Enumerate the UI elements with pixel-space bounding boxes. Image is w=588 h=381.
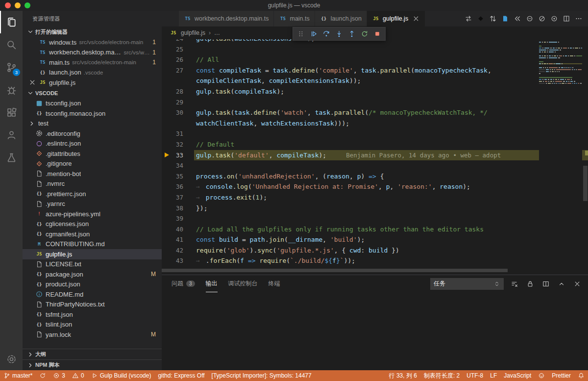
- file-item[interactable]: MCONTRIBUTING.md: [23, 239, 162, 250]
- code-line-28[interactable]: 28gulp.task(compileTask);: [162, 86, 588, 97]
- code-line-37[interactable]: 37→process.exit(1);: [162, 192, 588, 203]
- open-editor-item[interactable]: JSgulpfile.js: [23, 77, 162, 88]
- file-item[interactable]: .nvmrc: [23, 179, 162, 189]
- minimap[interactable]: [539, 40, 582, 275]
- open-editor-item[interactable]: TSwindow.tssrc/vs/code/electron-main1: [23, 37, 162, 48]
- folder-section-header[interactable]: VSCODE: [23, 88, 162, 99]
- status-eol[interactable]: LF: [487, 370, 500, 381]
- code-line-31[interactable]: 31: [162, 128, 588, 139]
- titlebar[interactable]: gulpfile.js — vscode: [0, 0, 588, 11]
- status-encoding[interactable]: UTF-8: [463, 370, 487, 381]
- activity-search[interactable]: [0, 33, 23, 56]
- task-select[interactable]: 任务: [430, 278, 504, 290]
- activity-source-control[interactable]: 3: [0, 56, 23, 78]
- code-line-27[interactable]: compileClientTask, compileExtensionsTask…: [162, 76, 588, 86]
- status-warnings[interactable]: 0: [69, 370, 88, 381]
- toggle-links-button[interactable]: [537, 13, 547, 24]
- open-editor-item[interactable]: TSworkbench.desktop.main.tssrc/vs/wo...1: [23, 48, 162, 58]
- file-item[interactable]: .gitattributes: [23, 149, 162, 159]
- file-item[interactable]: {}package.jsonM: [23, 269, 162, 279]
- activity-test-explorer[interactable]: [0, 146, 23, 169]
- stop-button[interactable]: [371, 27, 384, 40]
- status-git-branch[interactable]: master*: [0, 370, 36, 381]
- tab-main.ts[interactable]: TSmain.ts: [274, 11, 315, 26]
- status-githd[interactable]: githd: Express Off: [154, 370, 208, 381]
- toggle-blame-button[interactable]: [524, 13, 535, 24]
- file-item[interactable]: {}tslint.json: [23, 320, 162, 330]
- open-preview-button[interactable]: [500, 13, 511, 24]
- zoom-window-button[interactable]: [24, 2, 30, 8]
- status-feedback[interactable]: [535, 370, 548, 381]
- status-notifications[interactable]: [574, 370, 588, 381]
- file-item[interactable]: .editorconfig: [23, 128, 162, 139]
- open-editor-item[interactable]: {}launch.json.vscode: [23, 68, 162, 78]
- code-line-43[interactable]: 43→.forEach(f => require(`./build/${f}`)…: [162, 255, 588, 266]
- file-item[interactable]: {}tsconfig.monaco.json: [23, 108, 162, 119]
- code-line-35[interactable]: 35process.on('unhandledRejection', (reas…: [162, 171, 588, 182]
- panel-tab-问题[interactable]: 问题3: [172, 275, 195, 292]
- compare-with-button[interactable]: [488, 13, 498, 24]
- tab-workbench.desktop.main.ts[interactable]: TSworkbench.desktop.main.ts: [179, 11, 274, 26]
- lock-scroll-button[interactable]: [525, 279, 535, 289]
- code-line-38[interactable]: 38});: [162, 203, 588, 214]
- step-into-button[interactable]: [333, 27, 345, 40]
- file-item[interactable]: .eslintrc.json: [23, 139, 162, 149]
- status-indentation[interactable]: 制表符长度: 2: [420, 370, 463, 381]
- file-item[interactable]: {}.prettierrc.json: [23, 189, 162, 199]
- file-item[interactable]: README.md: [23, 289, 162, 300]
- status-ts-importer[interactable]: [TypeScript Importer]: Symbols: 14477: [208, 370, 315, 381]
- file-item[interactable]: {}cgmanifest.json: [23, 229, 162, 239]
- status-sync[interactable]: [36, 370, 49, 381]
- code-line-42[interactable]: 42require('glob').sync('gulpfile.*.js', …: [162, 245, 588, 256]
- code-line-33[interactable]: 33gulp.task('default', compileTask);Benj…: [162, 150, 588, 161]
- code-line-26[interactable]: 26// All: [162, 54, 588, 65]
- breadcrumb-symbol[interactable]: …: [214, 29, 220, 36]
- close-window-button[interactable]: [5, 2, 11, 8]
- continue-button[interactable]: [307, 27, 320, 40]
- status-language-mode[interactable]: JavaScript: [500, 370, 535, 381]
- panel-tab-调试控制台[interactable]: 调试控制台: [228, 275, 258, 292]
- split-editor-button[interactable]: [561, 13, 572, 24]
- vertical-scrollbar[interactable]: [583, 166, 588, 201]
- activity-run-debug[interactable]: [0, 78, 23, 101]
- status-prettier[interactable]: Prettier: [548, 370, 574, 381]
- fold-all-button[interactable]: [512, 13, 523, 24]
- clear-output-button[interactable]: [510, 279, 519, 289]
- activity-extensions[interactable]: [0, 101, 23, 124]
- gitlens-diamond-button[interactable]: [475, 13, 486, 24]
- code-line-29[interactable]: 29: [162, 97, 588, 108]
- file-item[interactable]: test: [23, 119, 162, 129]
- horizontal-scrollbar[interactable]: [162, 269, 508, 272]
- code-line-39[interactable]: 39: [162, 213, 588, 224]
- code-line-34[interactable]: 34: [162, 160, 588, 171]
- more-actions-button[interactable]: [573, 13, 584, 24]
- file-item[interactable]: .mention-bot: [23, 169, 162, 179]
- file-item[interactable]: .yarnrc: [23, 199, 162, 209]
- code-line-30[interactable]: 30gulp.task(task.define('watch', task.pa…: [162, 107, 588, 118]
- file-item[interactable]: LICENSE.txt: [23, 259, 162, 270]
- open-editor-item[interactable]: TSmain.tssrc/vs/code/electron-main1: [23, 57, 162, 68]
- minimize-window-button[interactable]: [15, 2, 21, 8]
- file-item[interactable]: JSgulpfile.js: [23, 249, 162, 259]
- file-item[interactable]: .gitignore: [23, 159, 162, 169]
- sidebar-section-大纲[interactable]: 大纲: [23, 349, 162, 359]
- close-panel-button[interactable]: [572, 279, 582, 289]
- panel-tab-输出[interactable]: 输出: [206, 275, 218, 292]
- code-line-32[interactable]: 32// Default: [162, 139, 588, 150]
- code-line-30[interactable]: watchClientTask, watchExtensionsTask)));: [162, 118, 588, 129]
- activity-explorer[interactable]: [0, 11, 23, 33]
- file-item[interactable]: {}product.json: [23, 279, 162, 290]
- file-item[interactable]: ThirdPartyNotices.txt: [23, 300, 162, 310]
- maximize-panel-button[interactable]: [557, 279, 566, 289]
- activity-manage[interactable]: [0, 348, 23, 370]
- code-line-40[interactable]: 40// Load all the gulpfiles only if runn…: [162, 224, 588, 235]
- drag-handle[interactable]: [294, 27, 307, 40]
- status-task-runner[interactable]: Gulp Build (vscode): [88, 370, 155, 381]
- file-item[interactable]: {}tsfmt.json: [23, 309, 162, 320]
- split-panel-button[interactable]: [541, 279, 551, 289]
- code-line-36[interactable]: 36→console.log('Unhandled Rejection at: …: [162, 181, 588, 192]
- toggle-annotations-button[interactable]: [549, 13, 560, 24]
- restart-button[interactable]: [358, 27, 371, 40]
- file-item[interactable]: yarn.lockM: [23, 330, 162, 340]
- open-changes-button[interactable]: [463, 13, 474, 24]
